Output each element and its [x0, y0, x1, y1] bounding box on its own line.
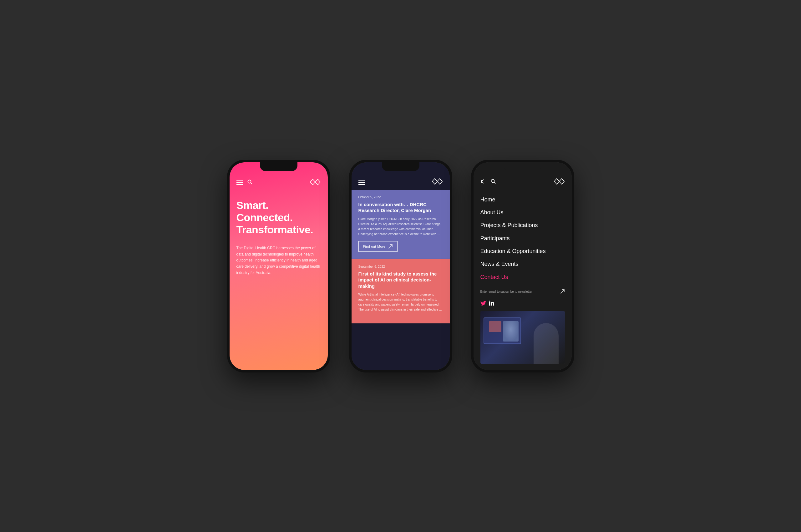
- twitter-icon[interactable]: [480, 301, 486, 307]
- phone-2-articles: October 5, 2022 In conversation with… DH…: [351, 190, 450, 370]
- hamburger-icon[interactable]: [236, 180, 243, 185]
- phone-3: Home About Us Projects & Publications Pa…: [471, 160, 574, 373]
- phone-3-menu-nav: Home About Us Projects & Publications Pa…: [480, 194, 565, 284]
- svg-rect-13: [489, 302, 491, 306]
- thumbnail-image: [480, 311, 565, 363]
- phone-1: Smart.Connected.Transformative. The Digi…: [227, 160, 330, 373]
- svg-marker-3: [315, 179, 320, 185]
- phone-3-notch: [504, 162, 541, 171]
- svg-marker-11: [559, 178, 564, 184]
- menu-item-participants[interactable]: Participants: [480, 232, 565, 245]
- article-2-excerpt: While Artificial Intelligence (AI) techn…: [359, 292, 443, 312]
- monitor-face-1: [489, 321, 501, 332]
- phone-2-logo-icon: [432, 178, 443, 186]
- person-silhouette: [534, 323, 559, 364]
- menu-item-contact[interactable]: Contact Us: [480, 271, 565, 283]
- menu-item-about[interactable]: About Us: [480, 206, 565, 218]
- svg-point-14: [489, 301, 491, 302]
- social-links: [480, 301, 565, 307]
- phone-3-nav-left: [480, 178, 496, 186]
- linkedin-icon[interactable]: [489, 301, 494, 307]
- phone-1-body: The Digital Health CRC harnesses the pow…: [236, 245, 321, 276]
- phone-2-screen: October 5, 2022 In conversation with… DH…: [351, 162, 450, 370]
- email-input[interactable]: [480, 290, 560, 293]
- logo-icon: [310, 178, 321, 187]
- phone-1-content: Smart.Connected.Transformative. The Digi…: [230, 162, 328, 370]
- email-subscribe-form: [480, 289, 565, 296]
- arrow-icon: [388, 244, 393, 249]
- svg-marker-2: [310, 179, 315, 185]
- phone-3-nav: [480, 178, 565, 186]
- phone-3-logo-icon: [554, 178, 565, 186]
- phone-1-notch: [260, 162, 298, 171]
- svg-line-1: [250, 183, 252, 184]
- phones-container: Smart.Connected.Transformative. The Digi…: [208, 135, 593, 398]
- article-card-1: October 5, 2022 In conversation with… DH…: [351, 190, 450, 259]
- phone-3-content: Home About Us Projects & Publications Pa…: [474, 162, 572, 370]
- search-icon[interactable]: [247, 179, 253, 186]
- phone-2-nav: [351, 172, 450, 190]
- phone-2-notch: [382, 162, 419, 171]
- phone-2-content: October 5, 2022 In conversation with… DH…: [351, 162, 450, 370]
- article-2-date: September 6, 2022: [359, 265, 443, 268]
- svg-line-6: [388, 245, 392, 248]
- monitor-face-2: [503, 321, 519, 342]
- article-1-date: October 5, 2022: [359, 195, 443, 199]
- phone-3-screen: Home About Us Projects & Publications Pa…: [474, 162, 572, 370]
- article-1-excerpt: Clare Morgan joined DHCRC in early 2022 …: [359, 217, 443, 237]
- menu-item-news[interactable]: News & Events: [480, 258, 565, 270]
- svg-point-0: [248, 180, 251, 183]
- svg-line-12: [560, 290, 564, 293]
- find-more-button[interactable]: Find out More: [359, 241, 398, 252]
- menu-item-education[interactable]: Education & Opportunities: [480, 245, 565, 258]
- phone-1-nav-left: [236, 179, 253, 186]
- phone-1-headline: Smart.Connected.Transformative.: [236, 199, 321, 236]
- phone-2-hamburger-icon[interactable]: [359, 180, 365, 185]
- phone-2: October 5, 2022 In conversation with… DH…: [349, 160, 452, 373]
- find-more-label: Find out More: [363, 245, 386, 248]
- svg-marker-5: [437, 178, 442, 184]
- thumbnail-image-inner: [480, 311, 565, 363]
- submit-arrow-icon[interactable]: [560, 289, 565, 294]
- svg-marker-4: [432, 178, 437, 184]
- phone-3-search-icon[interactable]: [491, 178, 496, 186]
- back-icon[interactable]: [480, 178, 486, 186]
- phone-1-screen: Smart.Connected.Transformative. The Digi…: [230, 162, 328, 370]
- menu-item-home[interactable]: Home: [480, 194, 565, 206]
- phone-1-nav: [236, 178, 321, 187]
- svg-line-9: [494, 182, 495, 184]
- article-card-2: September 6, 2022 First of its kind stud…: [351, 259, 450, 324]
- svg-point-8: [491, 179, 494, 182]
- article-1-title: In conversation with… DHCRC Research Dir…: [359, 202, 443, 214]
- menu-item-projects[interactable]: Projects & Publications: [480, 219, 565, 231]
- monitor-shape: [483, 318, 521, 344]
- svg-marker-10: [554, 178, 559, 184]
- article-2-title: First of its kind study to assess the im…: [359, 271, 443, 289]
